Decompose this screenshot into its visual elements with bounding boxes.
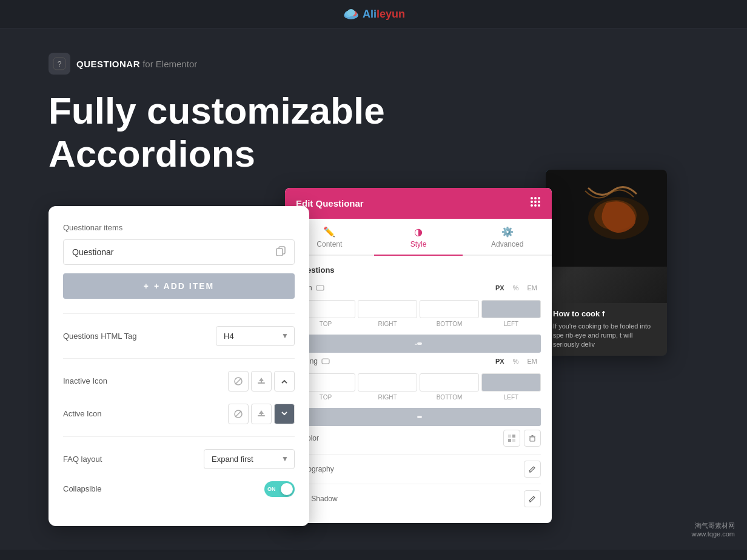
toggle-slider [264,481,295,497]
margin-right-input[interactable] [358,300,417,318]
svg-point-23 [534,204,537,207]
logo-text: Alileyun [363,8,405,21]
margin-percent-tab[interactable]: % [509,283,523,293]
padding-info-icon [321,357,330,365]
bg-color-row: k Color [296,430,541,447]
logo-cloud-icon [342,7,360,21]
advanced-tab-label: Advanced [491,240,523,248]
svg-rect-25 [317,285,324,290]
bg-color-delete-btn[interactable] [524,430,541,447]
padding-em-tab[interactable]: EM [524,356,541,366]
padding-left-input[interactable] [481,373,541,392]
svg-rect-30 [512,439,515,442]
content-tab-icon: ✏️ [323,226,335,238]
margin-inputs [296,300,541,318]
content-tab-label: Content [317,240,342,248]
divider-2 [63,358,295,359]
padding-right-input[interactable] [358,373,417,392]
questionar-items-label: Questionar items [63,223,295,232]
active-icon-ban-btn[interactable] [228,404,249,424]
add-item-button[interactable]: + + ADD ITEM [63,273,295,299]
right-panel: How to cook f If you're cooking to be fo… [546,170,667,356]
svg-point-16 [531,197,533,199]
faq-layout-select-wrapper: Expand first Expand all Collapse all ▼ [204,449,295,469]
padding-prop-row: adding PX % EM [296,356,541,366]
plugin-name: QUESTIONAR for Elementor [76,59,197,69]
svg-text:?: ? [58,60,62,68]
left-panel: Questionar items + + ADD ITEM Questions … [49,206,309,526]
questions-html-tag-label: Questions HTML Tag [63,332,136,341]
text-shadow-edit-btn[interactable] [524,490,541,507]
margin-right-label: RIGHT [358,321,417,327]
collapsible-label: Collapsible [63,484,102,493]
mid-panel-body: Questions argin PX % EM [285,256,552,523]
faq-layout-label: FAQ layout [63,455,102,464]
svg-point-21 [538,201,540,203]
tab-advanced[interactable]: ⚙️ Advanced [463,219,552,255]
margin-input-labels: TOP RIGHT BOTTOM LEFT [296,321,541,327]
margin-link-btn[interactable] [296,335,541,353]
margin-px-tab[interactable]: PX [492,283,508,293]
mid-panel-title: Edit Questionar [296,198,364,208]
watermark-line2: www.tqge.com [691,530,735,538]
mid-panel: Edit Questionar [285,188,552,523]
faq-layout-select[interactable]: Expand first Expand all Collapse all [204,449,295,469]
faq-layout-row: FAQ layout Expand first Expand all Colla… [63,449,295,469]
padding-percent-tab[interactable]: % [509,356,523,366]
html-tag-select[interactable]: H4 H1 H2 H3 H5 H6 [216,326,295,346]
plugin-icon: ? [49,53,70,75]
collapsible-row: Collapsible [63,481,295,497]
inactive-icon-upload-btn[interactable] [251,371,272,392]
top-bar: Alileyun [0,0,747,28]
margin-em-tab[interactable]: EM [524,283,541,293]
inactive-icon-expand-btn[interactable] [274,371,295,392]
svg-rect-26 [322,359,329,364]
margin-unit-tabs: PX % EM [492,283,541,293]
margin-left-input[interactable] [481,300,541,318]
svg-rect-7 [276,248,283,256]
add-item-plus: + [144,281,149,291]
logo: Alileyun [342,7,405,21]
advanced-tab-icon: ⚙️ [501,226,514,238]
padding-px-tab[interactable]: PX [492,356,508,366]
style-tab-label: Style [410,240,427,248]
inactive-icon-ban-btn[interactable] [228,371,249,392]
active-icon-row: Active Icon [63,404,295,424]
bg-color-grid-btn[interactable] [503,430,520,447]
active-icon-upload-btn[interactable] [251,404,272,424]
margin-bottom-input[interactable] [420,300,479,318]
add-item-label: + ADD ITEM [154,281,214,291]
active-icon-collapse-btn[interactable] [274,404,295,424]
padding-link-icon [414,412,423,422]
color-grid-icon [507,434,516,442]
right-panel-text-area: How to cook f If you're cooking to be fo… [546,303,667,356]
divider-3 [63,436,295,437]
text-shadow-pencil-icon [529,495,536,502]
right-panel-description: If you're cooking to be fooled into spe … [553,322,660,350]
plugin-badge: ? QUESTIONAR for Elementor [49,53,698,75]
padding-bottom-input[interactable] [420,373,479,392]
collapsible-toggle[interactable] [264,481,295,497]
svg-point-19 [531,201,533,203]
margin-left-label: LEFT [481,321,541,327]
svg-point-18 [538,197,540,199]
questionar-item-input[interactable] [72,247,271,257]
typography-edit-btn[interactable] [524,461,541,478]
padding-unit-tabs: PX % EM [492,356,541,366]
copy-icon[interactable] [276,246,286,258]
svg-line-9 [235,378,241,384]
active-icon-controls [228,404,295,424]
watermark: 淘气哥素材网 www.tqge.com [691,521,735,538]
svg-point-20 [534,201,537,203]
tab-style[interactable]: ◑ Style [374,219,463,256]
padding-link-btn[interactable] [296,408,541,426]
grid-icon[interactable] [530,196,541,210]
pencil-icon [529,465,536,473]
plugin-logo-icon: ? [53,57,66,70]
margin-bottom-label: BOTTOM [420,321,479,327]
svg-point-17 [534,197,537,199]
delete-icon [529,435,536,442]
questionar-item-row [63,239,295,265]
svg-point-24 [538,204,540,207]
active-icon-label: Active Icon [63,409,102,418]
